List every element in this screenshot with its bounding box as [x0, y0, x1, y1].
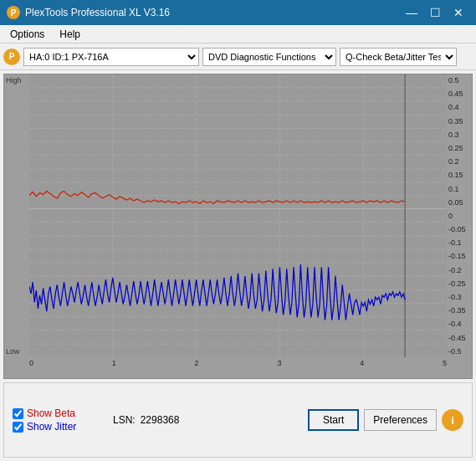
- start-button[interactable]: Start: [308, 409, 359, 431]
- y-right-20: -0.5: [447, 347, 472, 356]
- test-selector[interactable]: Q-Check Beta/Jitter Test: [340, 48, 457, 66]
- chart-low-label: Low: [6, 347, 20, 356]
- y-right-8: 0.1: [447, 185, 472, 193]
- buttons-right: Start Preferences i: [308, 409, 463, 431]
- y-right-18: -0.4: [447, 320, 472, 328]
- title-text: PlexTools Professional XL V3.16: [25, 7, 170, 18]
- y-right-3: 0.35: [447, 117, 472, 125]
- y-right-1: 0.45: [447, 90, 472, 98]
- main-content: High Low 0.5 0.45 0.4 0.35 0.3 0.25 0.2 …: [0, 70, 476, 461]
- y-right-14: -0.2: [447, 266, 472, 274]
- y-right-4: 0.3: [447, 131, 472, 139]
- title-buttons: — ☐ ✕: [401, 4, 469, 21]
- chart-svg: [29, 74, 447, 357]
- function-selector[interactable]: DVD Diagnostic Functions: [202, 48, 336, 66]
- y-right-12: -0.1: [447, 238, 472, 247]
- x-axis: 0 1 2 3 4 5: [29, 357, 447, 378]
- chart-high-label: High: [6, 76, 22, 85]
- x-label-3: 3: [277, 359, 281, 367]
- x-label-1: 1: [112, 359, 116, 367]
- show-jitter-row[interactable]: Show Jitter: [13, 421, 105, 433]
- maximize-button[interactable]: ☐: [424, 4, 446, 21]
- drive-selector[interactable]: HA:0 ID:1 PX-716A: [23, 48, 199, 66]
- x-label-2: 2: [195, 359, 199, 367]
- y-right-7: 0.15: [447, 171, 472, 179]
- menu-bar: Options Help: [0, 25, 476, 44]
- show-jitter-checkbox[interactable]: [13, 422, 23, 433]
- y-right-6: 0.2: [447, 157, 472, 166]
- title-bar: P PlexTools Professional XL V3.16 — ☐ ✕: [0, 0, 476, 25]
- y-right-0: 0.5: [447, 76, 472, 85]
- show-beta-row[interactable]: Show Beta: [13, 407, 105, 419]
- lsn-value: 2298368: [141, 414, 180, 426]
- x-label-4: 4: [360, 359, 364, 367]
- menu-help[interactable]: Help: [53, 27, 87, 42]
- y-axis-right: 0.5 0.45 0.4 0.35 0.3 0.25 0.2 0.15 0.1 …: [447, 74, 472, 357]
- y-right-5: 0.25: [447, 144, 472, 152]
- toolbar-app-icon: P: [3, 49, 20, 65]
- svg-rect-0: [29, 74, 447, 357]
- info-button[interactable]: i: [442, 409, 463, 431]
- minimize-button[interactable]: —: [401, 4, 422, 21]
- y-right-17: -0.35: [447, 306, 472, 315]
- lsn-label: LSN:: [113, 414, 136, 426]
- close-button[interactable]: ✕: [448, 4, 469, 21]
- checkboxes-panel: Show Beta Show Jitter: [13, 407, 105, 433]
- show-jitter-label: Show Jitter: [27, 421, 76, 433]
- app-icon: P: [7, 6, 20, 19]
- show-beta-label: Show Beta: [27, 407, 75, 419]
- y-right-15: -0.25: [447, 279, 472, 288]
- menu-options[interactable]: Options: [3, 27, 51, 42]
- y-right-2: 0.4: [447, 103, 472, 111]
- preferences-button[interactable]: Preferences: [364, 409, 437, 431]
- y-right-10: 0: [447, 212, 472, 220]
- title-bar-left: P PlexTools Professional XL V3.16: [7, 6, 170, 19]
- chart-container: High Low 0.5 0.45 0.4 0.35 0.3 0.25 0.2 …: [3, 74, 473, 379]
- y-right-9: 0.05: [447, 198, 472, 207]
- y-right-19: -0.45: [447, 334, 472, 342]
- bottom-panel: Show Beta Show Jitter LSN: 2298368 Start…: [3, 382, 473, 458]
- show-beta-checkbox[interactable]: [13, 408, 23, 419]
- lsn-section: LSN: 2298368: [113, 414, 179, 426]
- x-label-0: 0: [29, 359, 33, 367]
- y-right-16: -0.3: [447, 293, 472, 301]
- y-right-13: -0.15: [447, 252, 472, 260]
- x-label-5: 5: [443, 359, 447, 367]
- y-right-11: -0.05: [447, 225, 472, 233]
- toolbar: P HA:0 ID:1 PX-716A DVD Diagnostic Funct…: [0, 44, 476, 70]
